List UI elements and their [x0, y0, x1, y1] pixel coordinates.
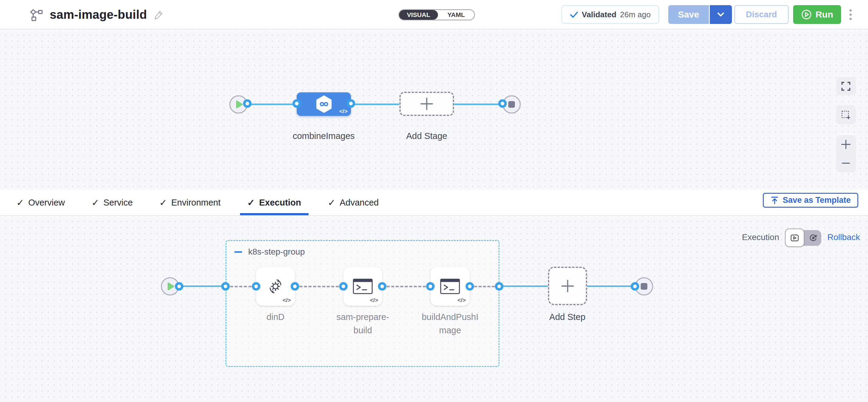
connector-line	[499, 286, 548, 287]
save-button[interactable]: Save	[668, 5, 709, 24]
plus-icon	[420, 97, 434, 111]
upload-icon	[770, 196, 779, 205]
run-button[interactable]: Run	[793, 5, 841, 24]
step-card-dind[interactable]: </>	[256, 267, 295, 306]
connector-port	[339, 282, 348, 291]
add-step-button[interactable]	[548, 267, 587, 305]
save-menu-button[interactable]	[709, 5, 732, 24]
connector-port	[631, 282, 639, 291]
execution-rollback-toggle	[786, 230, 821, 246]
tab-check-icon: ✓	[159, 197, 167, 208]
validated-time: 26m ago	[620, 10, 651, 20]
stop-icon	[641, 283, 647, 290]
rollback-label[interactable]: Rollback	[827, 233, 860, 242]
save-as-template-button[interactable]: Save as Template	[763, 193, 858, 208]
step-card-sam-prepare-build[interactable]: </>	[343, 267, 382, 306]
run-play-icon	[801, 9, 812, 20]
execution-mode-label: Execution	[742, 233, 779, 242]
tab-overview[interactable]: ✓ Overview	[9, 190, 72, 215]
zoom-out-button[interactable]	[836, 154, 856, 172]
step-card-buildandpushimage[interactable]: </>	[430, 267, 470, 306]
view-toggle: VISUAL YAML	[399, 9, 475, 20]
tab-check-icon: ✓	[17, 197, 24, 208]
stage-label: combineImages	[278, 129, 369, 142]
tab-environment[interactable]: ✓ Environment	[152, 190, 228, 215]
connector-line	[179, 286, 225, 287]
tab-label: Execution	[259, 198, 301, 208]
edit-title-button[interactable]	[154, 10, 163, 20]
step-code-badge: </>	[370, 297, 378, 304]
docker-in-docker-icon	[267, 277, 284, 295]
minus-icon	[234, 251, 242, 253]
connector-port	[466, 282, 474, 291]
collapse-group-button[interactable]	[234, 248, 242, 256]
connector-port	[243, 99, 252, 108]
stage-canvas: </> combineImages Add Stage	[0, 29, 868, 190]
connector-port	[498, 99, 507, 108]
zoom-in-icon	[841, 139, 851, 149]
stage-node-combineimages[interactable]: </>	[297, 92, 351, 116]
tab-check-icon: ✓	[328, 197, 336, 208]
stop-icon	[508, 101, 515, 108]
more-options-button[interactable]	[848, 7, 854, 22]
connector-line	[247, 103, 297, 105]
kebab-icon	[849, 9, 851, 11]
tab-check-icon: ✓	[92, 197, 99, 208]
run-step-icon	[353, 278, 373, 294]
tab-label: Service	[103, 198, 133, 208]
stage-code-badge: </>	[339, 108, 348, 115]
discard-button[interactable]: Discard	[734, 5, 788, 24]
fullscreen-button[interactable]	[836, 77, 856, 95]
tab-service[interactable]: ✓ Service	[84, 190, 140, 215]
check-icon	[570, 10, 578, 19]
connector-port	[378, 282, 386, 291]
tab-check-icon: ✓	[247, 197, 255, 208]
connector-line	[351, 103, 399, 105]
step-group-header: k8s-step-group	[234, 247, 305, 257]
tab-label: Advanced	[340, 198, 379, 208]
yaml-toggle-button[interactable]: YAML	[438, 10, 474, 20]
rollback-view-button[interactable]	[806, 230, 821, 246]
pencil-icon	[154, 10, 163, 20]
validated-badge[interactable]: Validated 26m ago	[561, 5, 659, 24]
fullscreen-icon	[841, 81, 851, 91]
connector-port	[175, 282, 183, 291]
connector-port	[426, 282, 435, 291]
save-split-button: Save	[668, 5, 732, 24]
connector-port	[252, 282, 260, 291]
dashed-connector	[225, 286, 256, 287]
tab-label: Environment	[171, 198, 221, 208]
dashed-connector	[382, 286, 430, 287]
add-step-label: Add Step	[537, 310, 598, 324]
pipeline-icon	[29, 8, 43, 21]
add-stage-label: Add Stage	[381, 129, 472, 142]
header: sam-image-build VISUAL YAML Validated	[0, 0, 868, 29]
start-play-icon	[167, 282, 175, 291]
execution-view-icon	[790, 234, 799, 241]
run-label: Run	[815, 9, 833, 20]
pipeline-studio: sam-image-build VISUAL YAML Validated	[0, 0, 868, 402]
custom-stage-icon	[315, 95, 333, 113]
chevron-down-icon	[717, 12, 724, 17]
visual-toggle-button[interactable]: VISUAL	[399, 10, 438, 20]
connector-port	[347, 99, 355, 108]
marquee-select-icon	[841, 110, 851, 120]
connector-port	[495, 282, 503, 291]
stage-config-tabbar: ✓ Overview ✓ Service ✓ Environment ✓ Exe…	[0, 190, 868, 216]
add-stage-button[interactable]	[399, 92, 454, 116]
connector-line	[454, 103, 502, 105]
connector-port	[291, 282, 299, 291]
zoom-in-button[interactable]	[836, 135, 856, 154]
tab-advanced[interactable]: ✓ Advanced	[321, 190, 386, 215]
plus-icon	[561, 279, 575, 293]
step-code-badge: </>	[283, 297, 291, 304]
connector-port	[292, 99, 301, 108]
tab-label: Overview	[28, 198, 65, 208]
execution-view-button[interactable]	[785, 229, 804, 247]
run-step-icon	[440, 278, 460, 294]
save-as-template-label: Save as Template	[782, 196, 851, 205]
validated-label: Validated	[582, 10, 616, 20]
multi-select-button[interactable]	[836, 105, 856, 125]
header-actions: Validated 26m ago Save Discard Run	[561, 5, 854, 24]
tab-execution[interactable]: ✓ Execution	[240, 190, 309, 215]
